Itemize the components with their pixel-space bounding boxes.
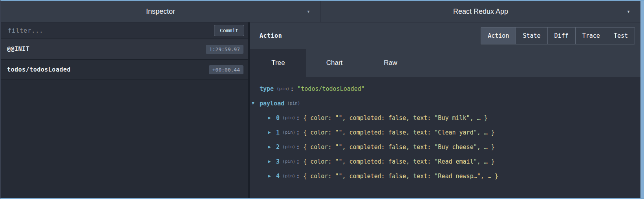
action-timestamp: +00:00.44 bbox=[209, 65, 243, 74]
view-subtabs: Tree Chart Raw bbox=[250, 49, 640, 77]
colon: : bbox=[296, 144, 300, 151]
action-timestamp: 1:29:59.97 bbox=[206, 45, 243, 54]
colon: : bbox=[296, 158, 300, 165]
tab-state[interactable]: State bbox=[516, 27, 547, 44]
tab-diff[interactable]: Diff bbox=[547, 27, 576, 44]
pin-button[interactable]: (pin) bbox=[282, 115, 295, 120]
object-preview: { color: "", completed: false, text: "Bu… bbox=[303, 144, 495, 151]
tree-string-value: "todos/todosLoaded" bbox=[297, 85, 365, 92]
subtab-tree[interactable]: Tree bbox=[250, 49, 306, 77]
tab-trace[interactable]: Trace bbox=[575, 27, 607, 44]
action-item[interactable]: todos/todosLoaded +00:00.44 bbox=[1, 60, 248, 80]
action-name: todos/todosLoaded bbox=[7, 66, 71, 73]
tree-index[interactable]: 0 bbox=[276, 114, 280, 122]
expand-arrow-icon[interactable]: ▶ bbox=[268, 173, 276, 179]
expand-arrow-icon[interactable]: ▶ bbox=[268, 130, 276, 135]
pin-button[interactable]: (pin) bbox=[282, 130, 295, 135]
detail-header: Action Action State Diff Trace Test bbox=[250, 22, 640, 49]
action-name: @@INIT bbox=[7, 46, 29, 53]
tree-row-item: ▶ 4 (pin) : { color: "", completed: fals… bbox=[252, 169, 640, 183]
subtab-chart[interactable]: Chart bbox=[306, 49, 362, 77]
chevron-down-icon: ▾ bbox=[307, 8, 310, 15]
tree-row-type: type (pin) : "todos/todosLoaded" bbox=[252, 81, 640, 96]
commit-button[interactable]: Commit bbox=[214, 25, 244, 36]
action-item[interactable]: @@INIT 1:29:59.97 bbox=[1, 39, 248, 60]
chevron-down-icon: ▾ bbox=[627, 8, 630, 15]
json-tree: type (pin) : "todos/todosLoaded" ▼ paylo… bbox=[250, 77, 640, 198]
expand-arrow-icon[interactable]: ▶ bbox=[268, 159, 276, 164]
detail-title: Action bbox=[260, 32, 282, 39]
action-list-panel: Commit @@INIT 1:29:59.97 todos/todosLoad… bbox=[1, 22, 248, 198]
tree-row-item: ▶ 0 (pin) : { color: "", completed: fals… bbox=[252, 111, 640, 125]
object-preview: { color: "", completed: false, text: "Cl… bbox=[303, 129, 495, 136]
tree-index[interactable]: 2 bbox=[276, 144, 280, 151]
monitor-dropdown[interactable]: Inspector ▾ bbox=[1, 1, 320, 22]
tree-row-item: ▶ 3 (pin) : { color: "", completed: fals… bbox=[252, 154, 640, 169]
tree-index[interactable]: 1 bbox=[276, 129, 280, 136]
tab-test[interactable]: Test bbox=[607, 27, 635, 44]
tree-index[interactable]: 4 bbox=[276, 173, 280, 180]
expand-arrow-icon[interactable]: ▶ bbox=[268, 144, 276, 149]
detail-tab-group: Action State Diff Trace Test bbox=[481, 27, 635, 44]
pin-button[interactable]: (pin) bbox=[282, 159, 295, 164]
monitor-dropdown-label: Inspector bbox=[146, 7, 175, 16]
colon: : bbox=[290, 85, 294, 92]
filter-row: Commit bbox=[1, 22, 248, 39]
scrollbar[interactable] bbox=[640, 1, 644, 198]
colon: : bbox=[296, 173, 300, 180]
top-bar: Inspector ▾ React Redux App ▾ bbox=[1, 1, 640, 22]
expand-arrow-icon[interactable]: ▶ bbox=[268, 115, 276, 120]
colon: : bbox=[296, 129, 300, 136]
devtools-content: Inspector ▾ React Redux App ▾ Commit @@I… bbox=[1, 1, 640, 198]
colon: : bbox=[296, 114, 300, 122]
tree-row-payload: ▼ payload (pin) bbox=[252, 96, 640, 111]
instance-dropdown-label: React Redux App bbox=[453, 7, 508, 16]
tree-key: type bbox=[260, 85, 274, 92]
pin-button[interactable]: (pin) bbox=[287, 101, 300, 106]
tree-key[interactable]: payload bbox=[260, 100, 284, 107]
tree-row-item: ▶ 1 (pin) : { color: "", completed: fals… bbox=[252, 125, 640, 140]
object-preview: { color: "", completed: false, text: "Re… bbox=[303, 173, 498, 180]
pin-button[interactable]: (pin) bbox=[282, 173, 295, 179]
pin-button[interactable]: (pin) bbox=[276, 86, 289, 91]
action-detail-panel: Action Action State Diff Trace Test Tree… bbox=[250, 22, 640, 198]
subtab-raw[interactable]: Raw bbox=[362, 49, 419, 77]
collapse-arrow-icon[interactable]: ▼ bbox=[252, 101, 260, 106]
redux-devtools-window: Inspector ▾ React Redux App ▾ Commit @@I… bbox=[0, 0, 644, 199]
instance-dropdown[interactable]: React Redux App ▾ bbox=[320, 1, 640, 22]
tree-row-item: ▶ 2 (pin) : { color: "", completed: fals… bbox=[252, 140, 640, 154]
pin-button[interactable]: (pin) bbox=[282, 144, 295, 149]
object-preview: { color: "", completed: false, text: "Re… bbox=[303, 158, 495, 165]
main-split: Commit @@INIT 1:29:59.97 todos/todosLoad… bbox=[1, 22, 640, 198]
object-preview: { color: "", completed: false, text: "Bu… bbox=[303, 114, 488, 122]
tree-index[interactable]: 3 bbox=[276, 158, 280, 165]
tab-action[interactable]: Action bbox=[481, 27, 516, 44]
filter-input[interactable] bbox=[7, 27, 210, 35]
